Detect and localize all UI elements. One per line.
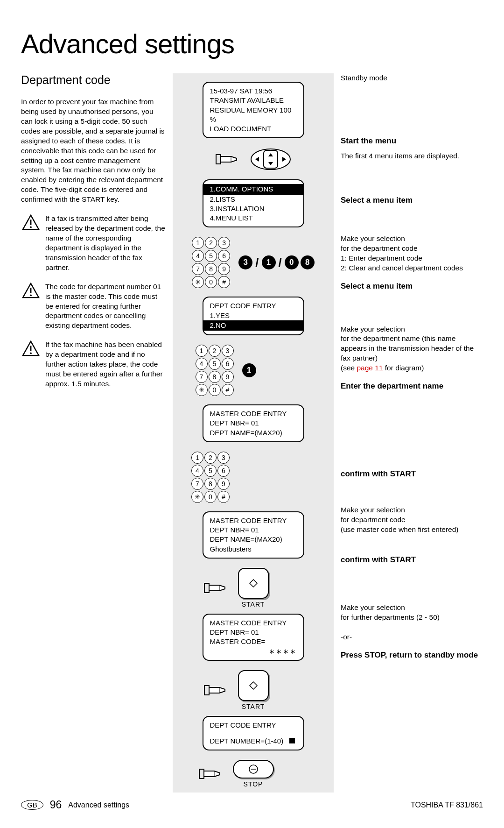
step-heading: Start the menu — [341, 136, 483, 146]
key-4: 4 — [191, 465, 203, 477]
lcd-line: 4.MENU LIST — [210, 213, 297, 223]
lcd-display-7: DEPT CODE ENTRY DEPT NUMBER=(1-40) — [203, 716, 304, 751]
key-6: 6 — [218, 250, 230, 262]
warning-icon — [21, 340, 41, 357]
seq-key: 3 — [238, 255, 252, 269]
pointing-hand-icon — [198, 764, 224, 783]
footer-model: TOSHIBA TF 831/861 — [411, 801, 483, 809]
lcd-line: MASTER CODE ENTRY — [210, 409, 297, 418]
key-7: 7 — [191, 478, 203, 490]
key-6: 6 — [222, 358, 234, 370]
key-2: 2 — [209, 345, 221, 357]
key-3: 3 — [217, 452, 230, 464]
key-sequence-single: 1 — [242, 363, 256, 377]
svg-rect-17 — [204, 583, 209, 593]
lcd-line: DEPT NUMBER=(1-40) — [210, 736, 297, 746]
key-1: 1 — [191, 452, 203, 464]
key-7: 7 — [196, 371, 208, 383]
key-star: ✳ — [192, 276, 204, 288]
key-1: 1 — [192, 237, 204, 249]
step-body: Make your selection for department code … — [341, 505, 483, 535]
key-hash: # — [217, 491, 230, 503]
warning-2: The code for department number 01 is the… — [21, 282, 166, 331]
lcd-line: MASTER CODE ENTRY — [210, 618, 297, 628]
warning-2-text: The code for department number 01 is the… — [45, 282, 166, 331]
pointing-hand-icon — [203, 579, 230, 597]
slash-icon: / — [278, 255, 283, 270]
start-button — [238, 670, 269, 701]
lcd-line: MASTER CODE= — [210, 637, 297, 646]
seq-key: 1 — [242, 363, 256, 377]
page-link: page 11 — [357, 364, 383, 372]
numeric-keypad: 123 456 789 ✳0# — [192, 237, 230, 288]
step-heading: Enter the department name — [341, 382, 483, 391]
stop-icon — [248, 764, 259, 774]
pointing-hand-icon — [215, 150, 241, 169]
lcd-line: 3.INSTALLATION — [210, 204, 297, 213]
lcd-line: DEPT NAME=(MAX20) — [210, 428, 297, 438]
lcd-line: DEPT CODE ENTRY — [210, 721, 297, 730]
lcd-line: DEPT NBR= 01 — [210, 418, 297, 428]
lcd-display-5: MASTER CODE ENTRY DEPT NBR= 01 DEPT NAME… — [203, 511, 304, 559]
lcd-line: 15-03-97 SAT 19:56 — [210, 86, 297, 96]
lcd-display-3: DEPT CODE ENTRY 1.YES 2.NO — [203, 297, 304, 335]
lcd-display-4: MASTER CODE ENTRY DEPT NBR= 01 DEPT NAME… — [203, 404, 304, 442]
svg-rect-12 — [264, 150, 278, 168]
lcd-line: DEPT NAME=(MAX20) — [210, 535, 297, 544]
start-button — [238, 568, 269, 599]
key-hash: # — [218, 276, 230, 288]
svg-rect-23 — [199, 769, 204, 778]
key-3: 3 — [218, 237, 230, 249]
lcd-line: 2.LISTS — [210, 195, 297, 204]
section-subtitle: Department code — [21, 73, 166, 87]
key-4: 4 — [196, 358, 208, 370]
step-heading: confirm with START — [341, 469, 483, 479]
lcd-line: DEPT CODE ENTRY — [210, 301, 297, 311]
step-heading: Select a menu item — [341, 282, 483, 291]
page-title: Advanced settings — [21, 28, 483, 59]
nav-pad-icon — [250, 148, 292, 171]
key-9: 9 — [218, 263, 230, 275]
lcd-line: DEPT NBR= 01 — [210, 628, 297, 637]
start-icon — [249, 579, 258, 588]
lcd-line: ∗∗∗∗ — [210, 647, 297, 656]
svg-rect-20 — [204, 686, 209, 695]
right-column: Standby mode Start the menu The first 4 … — [334, 73, 483, 793]
left-column: Department code In order to prevent your… — [21, 73, 173, 793]
step-heading: Press STOP, return to standby mode — [341, 651, 483, 660]
svg-marker-22 — [250, 682, 257, 689]
start-label: START — [242, 601, 265, 608]
key-9: 9 — [222, 371, 234, 383]
key-9: 9 — [217, 478, 230, 490]
page-number: 96 — [50, 799, 62, 811]
key-star: ✳ — [191, 491, 203, 503]
numeric-keypad: 123 456 789 ✳0# — [196, 345, 234, 396]
key-2: 2 — [204, 452, 217, 464]
stop-button — [233, 760, 274, 778]
middle-column: 15-03-97 SAT 19:56 TRANSMIT AVAILABLE RE… — [173, 73, 334, 793]
key-4: 4 — [192, 250, 204, 262]
lcd-display-1: 15-03-97 SAT 19:56 TRANSMIT AVAILABLE RE… — [203, 82, 304, 138]
seq-key: 0 — [285, 255, 299, 269]
lcd-display-6: MASTER CODE ENTRY DEPT NBR= 01 MASTER CO… — [203, 614, 304, 661]
pointing-hand-icon — [203, 681, 230, 700]
lcd-line: RESIDUAL MEMORY 100 % — [210, 106, 297, 125]
step-heading: confirm with START — [341, 555, 483, 565]
lcd-line: TRANSMIT AVAILABLE — [210, 96, 297, 105]
warning-1-text: If a fax is transmitted after being rele… — [45, 214, 166, 273]
key-0: 0 — [209, 384, 221, 396]
lcd-line: MASTER CODE ENTRY — [210, 516, 297, 525]
cursor-icon — [289, 738, 295, 743]
lcd-line: 1.YES — [210, 311, 297, 320]
numeric-keypad: 123 456 789 ✳0# — [191, 452, 230, 503]
lcd-line: LOAD DOCUMENT — [210, 124, 297, 134]
country-badge: GB — [21, 800, 43, 810]
key-8: 8 — [204, 478, 217, 490]
key-7: 7 — [192, 263, 204, 275]
slash-icon: / — [254, 255, 259, 270]
svg-point-5 — [30, 294, 32, 296]
key-3: 3 — [222, 345, 234, 357]
lcd-line: DEPT NBR= 01 — [210, 525, 297, 535]
key-5: 5 — [204, 465, 217, 477]
svg-point-8 — [30, 353, 32, 354]
